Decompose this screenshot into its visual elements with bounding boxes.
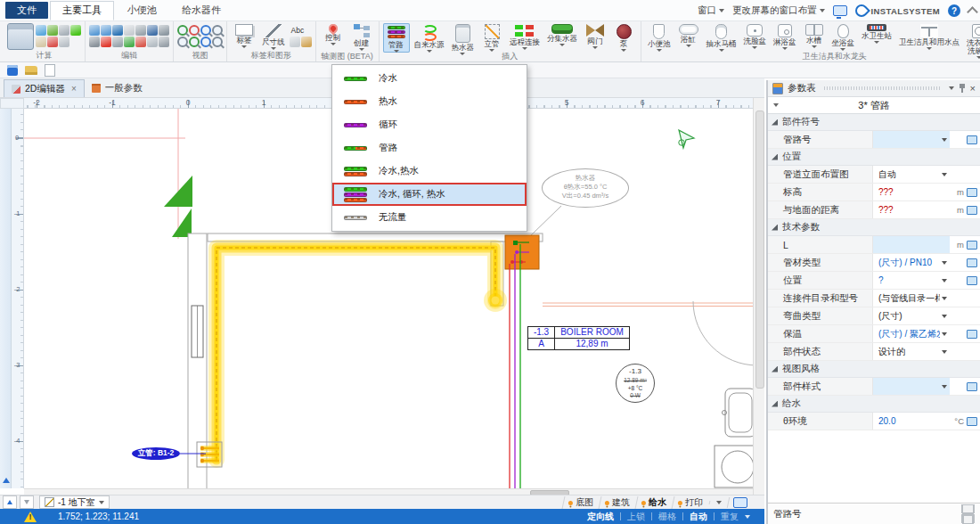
sink-button[interactable]: 水槽 xyxy=(801,23,828,48)
view-tab-more[interactable] xyxy=(709,501,727,504)
bathtub-button[interactable]: 浴缸 xyxy=(675,23,702,47)
expand-panel-icon[interactable] xyxy=(3,478,10,483)
param-section-部件符号[interactable]: 部件符号 xyxy=(768,114,980,131)
vertical-scrollbar[interactable] xyxy=(753,98,764,495)
param-section-技术参数[interactable]: 技术参数 xyxy=(768,219,980,236)
toilet-button[interactable]: 抽水马桶 xyxy=(704,23,739,52)
toggle-定向线[interactable]: 定向线 xyxy=(587,511,614,523)
insert-pipe-button[interactable]: 管路 xyxy=(383,23,410,53)
document-tab-1[interactable]: 2D编辑器× xyxy=(4,79,85,97)
tool-icon[interactable] xyxy=(147,25,158,36)
washbasin-button[interactable]: 洗脸盆 xyxy=(741,23,770,49)
dimension-line-button[interactable]: 尺寸线 xyxy=(259,23,288,50)
menu-item-p-circ[interactable]: 循环 xyxy=(332,113,527,136)
collapse-ribbon-icon[interactable] xyxy=(967,6,978,18)
file-menu-button[interactable]: 文件 xyxy=(5,2,48,19)
sanitary-station-button[interactable]: 水卫生站 xyxy=(859,23,894,44)
zoom-icon[interactable] xyxy=(212,37,223,47)
dropdown-caret-icon[interactable] xyxy=(942,385,947,389)
screen-layout-menu[interactable]: 更改屏幕的窗口布置 xyxy=(732,4,825,17)
insert-manifold-button[interactable]: 分集水器 xyxy=(544,23,580,46)
toggle-重复[interactable]: 重复 xyxy=(721,511,739,523)
calculator-icon[interactable] xyxy=(7,23,34,50)
insert-riser-button[interactable]: 立管 xyxy=(478,23,505,52)
tool-icon[interactable] xyxy=(135,37,146,47)
tool-icon[interactable] xyxy=(101,25,111,36)
tool-icon[interactable] xyxy=(290,37,300,47)
tool-icon[interactable] xyxy=(159,37,169,47)
menu-item-p-trio[interactable]: 冷水, 循环, 热水 xyxy=(332,183,527,206)
param-value[interactable]: 20.0 xyxy=(873,413,950,430)
toggle-栅格[interactable]: 栅格 xyxy=(658,511,676,523)
param-value[interactable]: 设计的 xyxy=(873,343,950,360)
dropdown-caret-icon[interactable] xyxy=(942,315,947,318)
param-value[interactable] xyxy=(873,236,950,253)
view-tab-给水[interactable]: 给水 xyxy=(635,496,673,509)
tool-icon[interactable] xyxy=(147,37,158,47)
tool-icon[interactable] xyxy=(301,37,312,47)
fixture-point-button[interactable]: 卫生洁具和用水点 xyxy=(896,23,962,50)
insert-remote-connection-button[interactable]: 远程连接 xyxy=(507,23,543,50)
horizontal-scrollbar[interactable] xyxy=(24,488,753,495)
menu-item-p-mix[interactable]: 管路 xyxy=(332,136,527,160)
ribbon-tab-给水器件[interactable]: 给水器件 xyxy=(170,1,233,20)
view-tab-建筑[interactable]: 建筑 xyxy=(599,496,636,509)
warning-icon[interactable] xyxy=(24,512,37,522)
panel-menu-icon[interactable] xyxy=(949,86,954,90)
document-tab-2[interactable]: 一般参数 xyxy=(85,79,150,97)
zoom-icon[interactable] xyxy=(189,25,200,36)
param-value[interactable]: (尺寸) / PN10 xyxy=(873,254,950,271)
zoom-icon[interactable] xyxy=(177,37,188,47)
zoom-icon[interactable] xyxy=(200,37,211,47)
tool-icon[interactable] xyxy=(159,25,169,36)
tool-icon[interactable] xyxy=(89,25,100,36)
bidet-button[interactable]: 坐浴盆 xyxy=(829,23,858,51)
zoom-icon[interactable] xyxy=(177,25,188,36)
tool-icon[interactable] xyxy=(101,37,111,47)
toggle-上锁[interactable]: 上锁 xyxy=(627,511,645,523)
tool-icon[interactable] xyxy=(59,25,69,36)
tool-icon[interactable] xyxy=(124,25,135,36)
dropdown-caret-icon[interactable] xyxy=(942,279,947,282)
close-tab-icon[interactable]: × xyxy=(71,84,77,94)
param-value[interactable]: ??? xyxy=(873,184,950,201)
view-settings[interactable] xyxy=(727,497,754,508)
tool-icon[interactable] xyxy=(36,37,46,47)
dropdown-caret-icon[interactable] xyxy=(942,173,947,176)
zoom-icon[interactable] xyxy=(189,37,200,47)
tool-icon[interactable] xyxy=(36,25,46,36)
floor-selector[interactable]: -1 地下室 xyxy=(39,495,110,509)
urinal-button[interactable]: 小便池 xyxy=(645,23,674,52)
param-value[interactable]: ? xyxy=(873,272,950,289)
spinner-control[interactable] xyxy=(961,504,975,523)
insert-pump-button[interactable]: 泵 xyxy=(610,23,637,52)
menu-item-p-cold[interactable]: 冷水 xyxy=(332,67,527,90)
save-icon[interactable] xyxy=(7,65,18,76)
floor-down-button[interactable] xyxy=(20,495,34,509)
ribbon-tab-主要工具[interactable]: 主要工具 xyxy=(50,1,114,20)
scrollbar-thumb[interactable] xyxy=(755,111,764,389)
dropdown-caret-icon[interactable] xyxy=(942,332,947,336)
tool-icon[interactable] xyxy=(112,25,123,36)
tool-icon[interactable] xyxy=(47,25,58,36)
param-value[interactable]: (尺寸) xyxy=(873,307,950,324)
open-icon[interactable] xyxy=(25,66,37,75)
param-value[interactable]: ??? xyxy=(873,201,950,218)
dropdown-caret-icon[interactable] xyxy=(942,297,947,300)
zoom-icon[interactable] xyxy=(200,25,211,36)
label-button[interactable]: 标签 xyxy=(231,23,257,48)
tool-icon[interactable] xyxy=(112,37,123,47)
tool-icon[interactable] xyxy=(89,37,100,47)
menu-item-p-duo[interactable]: 冷水,热水 xyxy=(332,160,527,183)
window-menu[interactable]: 窗口 xyxy=(698,4,724,17)
floor-up-button[interactable] xyxy=(3,495,17,509)
shower-tray-button[interactable]: 淋浴盆 xyxy=(771,23,799,50)
tool-icon[interactable] xyxy=(70,25,81,36)
param-value[interactable]: 自动 xyxy=(873,166,950,183)
menu-item-p-hot[interactable]: 热水 xyxy=(332,90,527,113)
close-icon[interactable]: × xyxy=(970,84,976,94)
dropdown-caret-icon[interactable] xyxy=(942,350,947,354)
zoom-icon[interactable] xyxy=(212,25,223,36)
tool-icon[interactable] xyxy=(124,37,135,47)
view-tab-打印[interactable]: 打印 xyxy=(672,496,709,509)
